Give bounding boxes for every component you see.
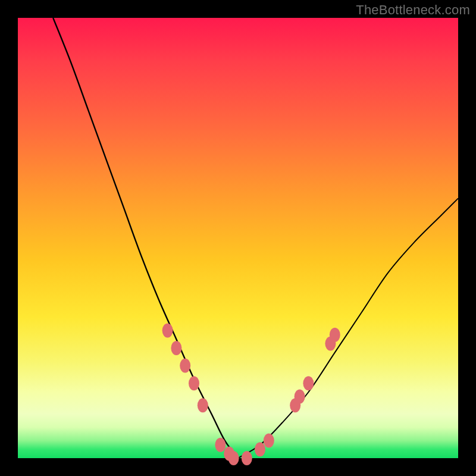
curve-marker bbox=[255, 442, 265, 456]
curve-marker bbox=[162, 323, 173, 337]
curve-marker bbox=[330, 328, 340, 342]
curve-right-branch bbox=[238, 198, 458, 458]
curve-marker bbox=[303, 376, 314, 390]
curve-marker bbox=[180, 359, 190, 373]
chart-svg bbox=[18, 18, 458, 458]
curve-markers bbox=[162, 323, 340, 465]
chart-frame: TheBottleneck.com bbox=[0, 0, 476, 476]
curve-left-branch bbox=[53, 18, 238, 458]
curve-marker bbox=[215, 438, 226, 452]
watermark-text: TheBottleneck.com bbox=[356, 2, 470, 18]
curve-marker bbox=[242, 451, 252, 465]
curve-marker bbox=[228, 451, 239, 465]
curve-marker bbox=[171, 341, 181, 355]
curve-marker bbox=[189, 376, 199, 390]
plot-area bbox=[18, 18, 458, 458]
curve-marker bbox=[264, 433, 274, 447]
curve-marker bbox=[198, 398, 208, 412]
curve-marker bbox=[295, 389, 305, 403]
